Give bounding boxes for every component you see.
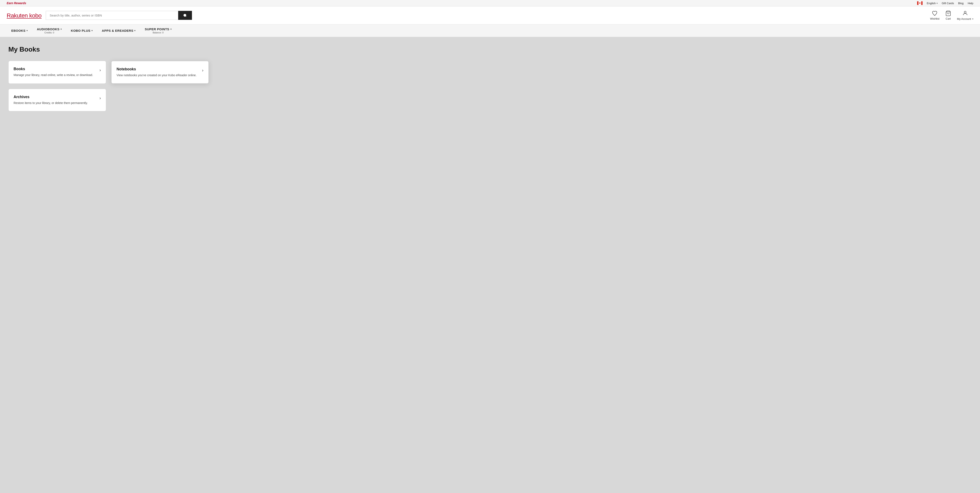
cards-grid: Books Manage your library, read online, … — [8, 61, 209, 111]
nav-apps-label: APPS & eREADERS — [102, 29, 134, 32]
nav-apps-ereaders[interactable]: APPS & eREADERS ▾ — [97, 24, 140, 37]
earn-rewards-link[interactable]: Earn Rewards — [7, 2, 26, 5]
archives-card-chevron-icon: › — [99, 95, 101, 100]
account-icon — [962, 10, 968, 16]
logo-rakuten: Rakuten — [7, 12, 28, 19]
heart-icon — [932, 10, 938, 16]
logo-text: Rakuten kobo — [7, 12, 41, 19]
books-card-chevron-icon: › — [99, 68, 101, 72]
logo[interactable]: Rakuten kobo — [7, 12, 41, 19]
my-account-button[interactable]: My Account ▾ — [957, 10, 973, 21]
nav-superpoints-sub: Balance: 0 — [153, 31, 164, 34]
page-title: My Books — [8, 46, 972, 53]
nav-ebooks-chevron-icon: ▾ — [27, 29, 28, 32]
archives-card[interactable]: Archives Restore items to your library, … — [8, 89, 106, 111]
my-account-chevron-icon: ▾ — [972, 18, 973, 20]
svg-point-6 — [964, 11, 966, 13]
search-area — [46, 11, 192, 20]
nav-superpoints-label: SUPER POINTS — [145, 27, 169, 31]
nav-audiobooks-label-group: AUDIOBOOKS ▾ — [37, 27, 62, 31]
nav-koboplus[interactable]: KOBO PLUS ▾ — [66, 24, 97, 37]
top-bar: Earn Rewards English ▾ Gift Cards Blog H… — [0, 0, 980, 6]
cart-icon — [945, 10, 951, 16]
search-input[interactable] — [46, 11, 178, 20]
top-bar-right: English ▾ Gift Cards Blog Help — [917, 1, 973, 5]
nav-koboplus-label: KOBO PLUS — [71, 29, 91, 32]
notebooks-card-chevron-icon: › — [202, 68, 204, 73]
books-card-title: Books — [14, 67, 96, 71]
canada-flag-icon — [917, 1, 923, 5]
archives-card-desc: Restore items to your library, or delete… — [14, 101, 96, 105]
nav-super-points[interactable]: SUPER POINTS ▾ Balance: 0 — [140, 24, 176, 37]
header-actions: Wishlist Cart My Account ▾ — [930, 10, 973, 21]
nav-koboplus-label-group: KOBO PLUS ▾ — [71, 29, 92, 32]
wishlist-label: Wishlist — [930, 17, 939, 20]
wishlist-button[interactable]: Wishlist — [930, 10, 939, 20]
my-account-label-group: My Account ▾ — [957, 17, 973, 21]
header: Rakuten kobo Wishlist Cart — [0, 6, 980, 24]
nav-superpoints-label-group: SUPER POINTS ▾ — [145, 27, 172, 31]
svg-rect-2 — [921, 1, 923, 5]
search-icon — [183, 13, 187, 18]
canada-flag-container — [917, 1, 923, 5]
books-card-desc: Manage your library, read online, write … — [14, 73, 96, 77]
nav-ebooks[interactable]: eBOOKS ▾ — [7, 24, 32, 37]
archives-card-title: Archives — [14, 95, 96, 99]
main-content: My Books Books Manage your library, read… — [0, 37, 980, 162]
nav-koboplus-chevron-icon: ▾ — [91, 29, 93, 32]
cart-label: Cart — [946, 17, 951, 20]
language-selector[interactable]: English ▾ — [927, 2, 938, 5]
nav-audiobooks-chevron-icon: ▾ — [60, 28, 62, 30]
nav-ebooks-label: eBOOKS — [11, 29, 25, 32]
nav-apps-chevron-icon: ▾ — [134, 29, 135, 32]
nav-audiobooks-sub: Credits: 0 — [44, 31, 54, 34]
nav-ebooks-label-group: eBOOKS ▾ — [11, 29, 28, 32]
books-card[interactable]: Books Manage your library, read online, … — [8, 61, 106, 84]
language-chevron-icon: ▾ — [937, 2, 938, 5]
logo-kobo: kobo — [28, 12, 41, 19]
svg-rect-1 — [917, 1, 919, 5]
search-button[interactable] — [178, 11, 192, 20]
notebooks-card-title: Notebooks — [116, 67, 199, 72]
earn-rewards-label[interactable]: Earn Rewards — [7, 2, 26, 5]
blog-link[interactable]: Blog — [958, 2, 964, 5]
archives-card-content: Archives Restore items to your library, … — [14, 95, 96, 105]
notebooks-card-content: Notebooks View notebooks you've created … — [116, 67, 199, 78]
nav-superpoints-chevron-icon: ▾ — [170, 28, 172, 30]
notebooks-card[interactable]: Notebooks View notebooks you've created … — [111, 61, 209, 84]
language-label: English — [927, 2, 936, 5]
main-nav: eBOOKS ▾ AUDIOBOOKS ▾ Credits: 0 KOBO PL… — [0, 24, 980, 37]
cart-button[interactable]: Cart — [945, 10, 951, 20]
nav-audiobooks-label: AUDIOBOOKS — [37, 27, 59, 31]
nav-apps-label-group: APPS & eREADERS ▾ — [102, 29, 135, 32]
notebooks-card-desc: View notebooks you've created on your Ko… — [116, 73, 199, 78]
my-account-label: My Account — [957, 17, 971, 21]
books-card-content: Books Manage your library, read online, … — [14, 67, 96, 77]
gift-cards-link[interactable]: Gift Cards — [942, 2, 954, 5]
help-link[interactable]: Help — [968, 2, 973, 5]
nav-audiobooks[interactable]: AUDIOBOOKS ▾ Credits: 0 — [32, 24, 67, 37]
